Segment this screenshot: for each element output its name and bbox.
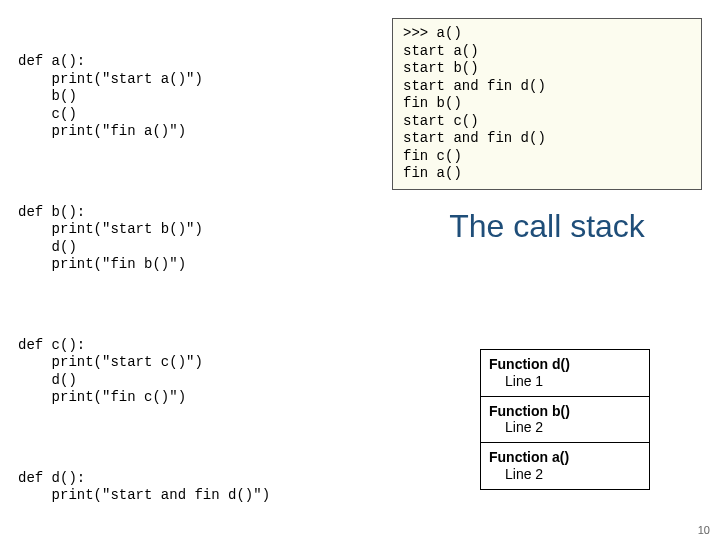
- stack-frame-fn: Function d(): [489, 356, 641, 373]
- code-column: def a(): print("start a()") b() c() prin…: [18, 18, 378, 540]
- slide-number: 10: [698, 524, 710, 536]
- stack-frame-ln: Line 2: [505, 419, 641, 436]
- code-block-d: def d(): print("start and fin d()"): [18, 470, 378, 505]
- call-stack: Function d() Line 1 Function b() Line 2 …: [480, 350, 650, 490]
- code-block-b: def b(): print("start b()") d() print("f…: [18, 204, 378, 274]
- stack-frame: Function d() Line 1: [480, 349, 650, 397]
- stack-frame-fn: Function b(): [489, 403, 641, 420]
- stack-frame-ln: Line 2: [505, 466, 641, 483]
- code-block-c: def c(): print("start c()") d() print("f…: [18, 337, 378, 407]
- stack-frame-fn: Function a(): [489, 449, 641, 466]
- slide: def a(): print("start a()") b() c() prin…: [0, 0, 720, 540]
- stack-frame-ln: Line 1: [505, 373, 641, 390]
- right-column: >>> a() start a() start b() start and fi…: [392, 18, 702, 245]
- code-block-a: def a(): print("start a()") b() c() prin…: [18, 53, 378, 141]
- repl-output: >>> a() start a() start b() start and fi…: [392, 18, 702, 190]
- slide-title: The call stack: [392, 208, 702, 245]
- stack-frame: Function b() Line 2: [480, 396, 650, 444]
- stack-frame: Function a() Line 2: [480, 442, 650, 490]
